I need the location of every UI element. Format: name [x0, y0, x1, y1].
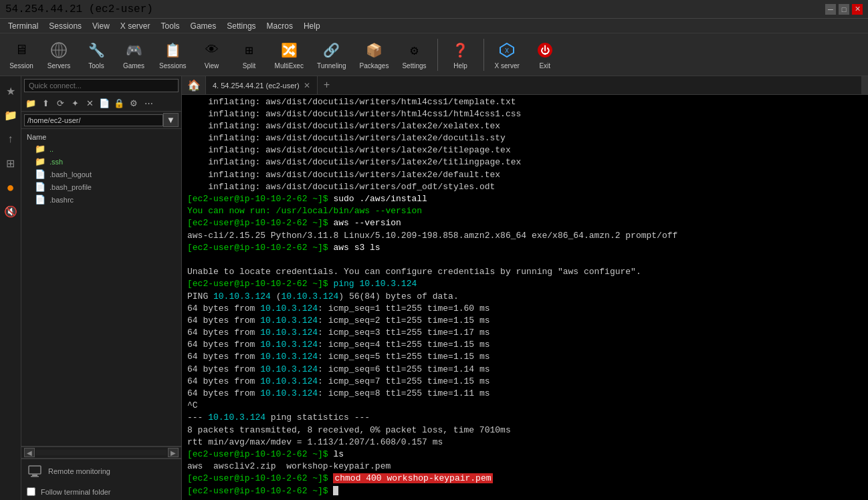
toolbar-tunneling-button[interactable]: 🔗Tunneling: [313, 37, 350, 72]
iconbar-network-button[interactable]: ⊞: [1, 154, 20, 172]
minimize-button[interactable]: ─: [825, 4, 836, 15]
sb-btn-5[interactable]: ✕: [83, 96, 96, 110]
file-icon: 📄: [35, 195, 45, 205]
tab-1-close-icon[interactable]: ✕: [304, 81, 310, 90]
terminal-line-37: [ec2-user@ip-10-10-2-62 ~]$ ls: [187, 449, 863, 461]
toolbar-exit-label: Exit: [539, 62, 550, 70]
terminal-line-16: [ec2-user@ip-10-10-2-62 ~]$ sudo ./aws/i…: [187, 193, 863, 205]
terminal-line-19: aws-cli/2.15.25 Python/3.11.8 Linux/5.10…: [187, 230, 863, 242]
path-bar: ▼: [21, 112, 181, 129]
svg-text:X: X: [505, 47, 509, 55]
remote-monitoring-button[interactable]: Remote monitoring: [21, 459, 181, 483]
terminal-output[interactable]: inflating: aws/dist/docutils/writers/s5_…: [182, 95, 868, 500]
iconbar-orange-button[interactable]: ●: [1, 178, 20, 197]
terminal-line-22: Unable to locate credentials. You can co…: [187, 266, 863, 278]
sb-btn-3[interactable]: ⟳: [53, 96, 67, 110]
toolbar-packages-icon: 📦: [363, 39, 385, 61]
toolbar-servers-button[interactable]: Servers: [43, 37, 75, 72]
sb-btn-9[interactable]: ⋯: [142, 96, 155, 110]
toolbar-xserver-button[interactable]: XX server: [491, 37, 524, 72]
menu-item-sessions[interactable]: Sessions: [43, 20, 87, 32]
menu-item-games[interactable]: Games: [185, 20, 222, 32]
toolbar-settings-button[interactable]: ⚙Settings: [398, 37, 430, 72]
scroll-right-button[interactable]: ▶: [168, 448, 179, 457]
sb-btn-4[interactable]: ✦: [68, 96, 82, 110]
tree-item-0[interactable]: 📁..: [21, 142, 181, 155]
toolbar-tools-label: Tools: [88, 62, 104, 70]
tree-item-4[interactable]: 📄.bashrc: [21, 193, 181, 206]
menu-item-settings[interactable]: Settings: [221, 20, 261, 32]
sb-btn-2[interactable]: ⬆: [39, 96, 52, 110]
follow-terminal-checkbox[interactable]: [27, 487, 35, 496]
toolbar-session-button[interactable]: 🖥Session: [5, 37, 37, 72]
tab-scrollbar[interactable]: [861, 76, 868, 94]
tab-1-label: 4. 54.254.44.21 (ec2-user): [213, 82, 300, 90]
menu-item-macros[interactable]: Macros: [261, 20, 298, 32]
terminal-line-8: inflating: aws/dist/docutils/writers/htm…: [187, 96, 863, 108]
menu-item-help[interactable]: Help: [298, 20, 326, 32]
quick-connect-input[interactable]: [24, 79, 179, 92]
maximize-button[interactable]: □: [839, 4, 849, 15]
toolbar-split-button[interactable]: ⊞Split: [233, 37, 265, 72]
toolbar-split-label: Split: [243, 62, 255, 70]
scroll-left-button[interactable]: ◀: [24, 448, 35, 457]
tree-item-label-0: ..: [49, 145, 53, 153]
iconbar-folder-button[interactable]: 📁: [1, 106, 20, 124]
terminal-line-9: inflating: aws/dist/docutils/writers/htm…: [187, 108, 863, 120]
tab-home-button[interactable]: 🏠: [182, 76, 206, 94]
sb-btn-1[interactable]: 📁: [24, 96, 37, 110]
toolbar: 🖥SessionServers🔧Tools🎮Games📋Sessions👁Vie…: [0, 33, 868, 76]
sb-btn-7[interactable]: 🔒: [112, 96, 126, 110]
toolbar-session-label: Session: [9, 62, 33, 70]
title-bar: 54.254.44.21 (ec2-user) ─ □ ✕: [0, 0, 868, 19]
iconbar-star-button[interactable]: ★: [1, 82, 20, 100]
tree-item-label-2: .bash_logout: [49, 170, 92, 178]
terminal-line-15: inflating: aws/dist/docutils/writers/odf…: [187, 181, 863, 193]
sb-btn-8[interactable]: ⚙: [127, 96, 140, 110]
menu-item-view[interactable]: View: [87, 20, 115, 32]
terminal-line-18: [ec2-user@ip-10-10-2-62 ~]$ aws --versio…: [187, 217, 863, 229]
toolbar-tunneling-icon: 🔗: [321, 39, 342, 61]
toolbar-help-label: Help: [453, 62, 467, 70]
toolbar-games-button[interactable]: 🎮Games: [118, 37, 150, 72]
tab-add-button[interactable]: +: [318, 76, 336, 94]
terminal-line-25: 64 bytes from 10.10.3.124: icmp_seq=1 tt…: [187, 303, 863, 315]
iconbar-mute-button[interactable]: 🔇: [1, 202, 20, 221]
toolbar-separator-12: [483, 39, 484, 71]
terminal-line-14: inflating: aws/dist/docutils/writers/lat…: [187, 169, 863, 181]
toolbar-servers-icon: [48, 39, 70, 61]
terminal-line-13: inflating: aws/dist/docutils/writers/lat…: [187, 156, 863, 168]
toolbar-exit-button[interactable]: ⏻Exit: [529, 37, 561, 72]
toolbar-split-icon: ⊞: [239, 39, 260, 61]
terminal-line-40: [ec2-user@ip-10-10-2-62 ~]$: [187, 485, 863, 497]
close-button[interactable]: ✕: [852, 4, 863, 15]
sb-btn-6[interactable]: 📄: [98, 96, 111, 110]
toolbar-sessions-button[interactable]: 📋Sessions: [155, 37, 191, 72]
toolbar-view-button[interactable]: 👁View: [196, 37, 228, 72]
terminal-line-27: 64 bytes from 10.10.3.124: icmp_seq=3 tt…: [187, 327, 863, 339]
toolbar-tools-icon: 🔧: [86, 39, 107, 61]
menu-item-x server[interactable]: X server: [115, 20, 156, 32]
path-dropdown-button[interactable]: ▼: [163, 113, 179, 127]
toolbar-multiexec-button[interactable]: 🔀MultiExec: [271, 37, 308, 72]
follow-terminal-label: Follow terminal folder: [41, 488, 111, 496]
toolbar-tools-button[interactable]: 🔧Tools: [80, 37, 112, 72]
terminal-line-39: [ec2-user@ip-10-10-2-62 ~]$ chmod 400 wo…: [187, 473, 863, 485]
terminal-line-24: PING 10.10.3.124 (10.10.3.124) 56(84) by…: [187, 291, 863, 303]
toolbar-settings-label: Settings: [402, 62, 426, 70]
tree-item-1[interactable]: 📁.ssh: [21, 155, 181, 168]
tab-1[interactable]: 4. 54.254.44.21 (ec2-user) ✕: [206, 76, 318, 94]
sidebar-scrollbar[interactable]: ◀ ▶: [21, 447, 181, 459]
svg-rect-8: [29, 466, 41, 474]
folder-icon: 📁: [35, 156, 45, 166]
iconbar-upload-button[interactable]: ↑: [1, 130, 20, 148]
toolbar-help-button[interactable]: ❓Help: [445, 37, 477, 72]
toolbar-packages-button[interactable]: 📦Packages: [356, 37, 393, 72]
menu-item-terminal[interactable]: Terminal: [3, 20, 43, 32]
remote-monitoring-label: Remote monitoring: [48, 467, 110, 475]
folder-icon: 📁: [35, 144, 45, 154]
menu-item-tools[interactable]: Tools: [156, 20, 185, 32]
tree-item-2[interactable]: 📄.bash_logout: [21, 168, 181, 180]
tree-item-3[interactable]: 📄.bash_profile: [21, 180, 181, 193]
path-input[interactable]: [24, 114, 163, 126]
